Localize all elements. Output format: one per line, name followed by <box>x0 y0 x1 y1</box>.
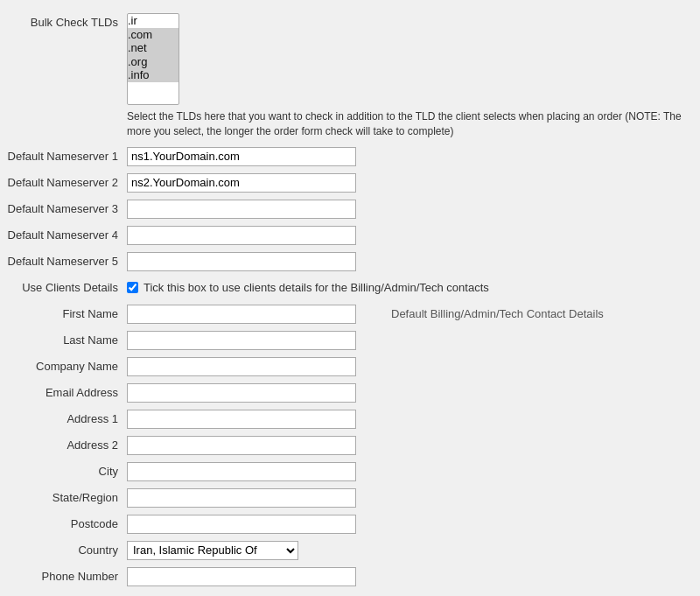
email-row: Email Address <box>0 380 700 406</box>
email-input[interactable] <box>127 383 356 403</box>
phone-label: Phone Number <box>0 570 127 583</box>
tld-select[interactable]: .ir .com .net .org .info <box>127 13 179 105</box>
companyname-label: Company Name <box>0 360 127 373</box>
country-field: Iran, Islamic Republic Of United States … <box>127 541 700 560</box>
nameserver4-input[interactable] <box>127 226 356 245</box>
lastname-field <box>127 331 700 350</box>
settings-form: Bulk Check TLDs .ir .com .net .org .info… <box>0 0 700 596</box>
nameserver3-row: Default Nameserver 3 <box>0 196 700 222</box>
state-row: State/Region <box>0 485 700 511</box>
phone-field <box>127 567 700 586</box>
address2-input[interactable] <box>127 436 356 455</box>
state-field <box>127 488 700 508</box>
address1-input[interactable] <box>127 410 356 429</box>
city-label: City <box>0 465 127 478</box>
country-label: Country <box>0 543 127 557</box>
firstname-input[interactable] <box>127 305 356 324</box>
firstname-label: First Name <box>0 307 127 320</box>
companyname-row: Company Name <box>0 354 700 380</box>
nameserver1-input[interactable] <box>127 147 356 166</box>
nameserver2-input[interactable] <box>127 173 356 193</box>
phone-input[interactable] <box>127 567 356 586</box>
state-input[interactable] <box>127 488 356 508</box>
tld-option-ir[interactable]: .ir <box>128 14 178 28</box>
address1-field <box>127 410 700 429</box>
nameserver5-label: Default Nameserver 5 <box>0 255 127 268</box>
postcode-row: Postcode <box>0 511 700 537</box>
phone-row: Phone Number <box>0 564 700 590</box>
use-clients-label: Use Clients Details <box>0 281 127 294</box>
nameserver2-field <box>127 173 700 193</box>
nameserver5-row: Default Nameserver 5 <box>0 249 700 275</box>
firstname-field: Default Billing/Admin/Tech Contact Detai… <box>127 305 700 324</box>
postcode-field <box>127 515 700 534</box>
nameserver5-field <box>127 252 700 271</box>
email-field <box>127 383 700 403</box>
country-row: Country Iran, Islamic Republic Of United… <box>0 537 700 564</box>
email-label: Email Address <box>0 386 127 399</box>
country-select[interactable]: Iran, Islamic Republic Of United States … <box>127 541 298 560</box>
nameserver2-label: Default Nameserver 2 <box>0 176 127 189</box>
companyname-field <box>127 357 700 376</box>
state-label: State/Region <box>0 491 127 504</box>
use-clients-checkbox[interactable] <box>127 282 138 293</box>
address2-label: Address 2 <box>0 438 127 452</box>
nameserver1-row: Default Nameserver 1 <box>0 144 700 170</box>
use-clients-checkbox-label: Tick this box to use clients details for… <box>144 281 489 294</box>
postcode-input[interactable] <box>127 515 356 534</box>
address2-row: Address 2 <box>0 432 700 459</box>
nameserver1-field <box>127 147 700 166</box>
city-row: City <box>0 459 700 485</box>
lastname-label: Last Name <box>0 333 127 347</box>
nameserver3-input[interactable] <box>127 200 356 219</box>
nameserver2-row: Default Nameserver 2 <box>0 170 700 196</box>
nameserver4-field <box>127 226 700 245</box>
nameserver4-row: Default Nameserver 4 <box>0 222 700 249</box>
tld-hint-text: Select the TLDs here that you want to ch… <box>127 109 687 139</box>
lastname-input[interactable] <box>127 331 356 350</box>
bulk-check-tlds-label: Bulk Check TLDs <box>0 13 127 29</box>
companyname-input[interactable] <box>127 357 356 376</box>
tld-option-org[interactable]: .org <box>128 55 178 69</box>
nameserver3-field <box>127 200 700 219</box>
use-clients-field: Tick this box to use clients details for… <box>127 281 700 294</box>
tld-option-net[interactable]: .net <box>128 41 178 55</box>
nameserver1-label: Default Nameserver 1 <box>0 150 127 163</box>
nameserver3-label: Default Nameserver 3 <box>0 202 127 215</box>
postcode-label: Postcode <box>0 517 127 530</box>
address2-field <box>127 436 700 455</box>
address1-row: Address 1 <box>0 406 700 432</box>
contact-details-header: Default Billing/Admin/Tech Contact Detai… <box>391 307 604 320</box>
nameserver4-label: Default Nameserver 4 <box>0 228 127 242</box>
firstname-row: First Name Default Billing/Admin/Tech Co… <box>0 301 700 327</box>
city-input[interactable] <box>127 462 356 481</box>
use-clients-checkbox-row: Tick this box to use clients details for… <box>127 281 700 294</box>
address1-label: Address 1 <box>0 412 127 425</box>
lastname-row: Last Name <box>0 327 700 354</box>
city-field <box>127 462 700 481</box>
bulk-check-tlds-content: .ir .com .net .org .info Select the TLDs… <box>127 13 700 139</box>
use-clients-row: Use Clients Details Tick this box to use… <box>0 275 700 301</box>
tld-option-com[interactable]: .com <box>128 28 178 42</box>
nameserver5-input[interactable] <box>127 252 356 271</box>
bulk-check-tlds-row: Bulk Check TLDs .ir .com .net .org .info… <box>0 9 700 144</box>
tld-option-info[interactable]: .info <box>128 68 178 82</box>
